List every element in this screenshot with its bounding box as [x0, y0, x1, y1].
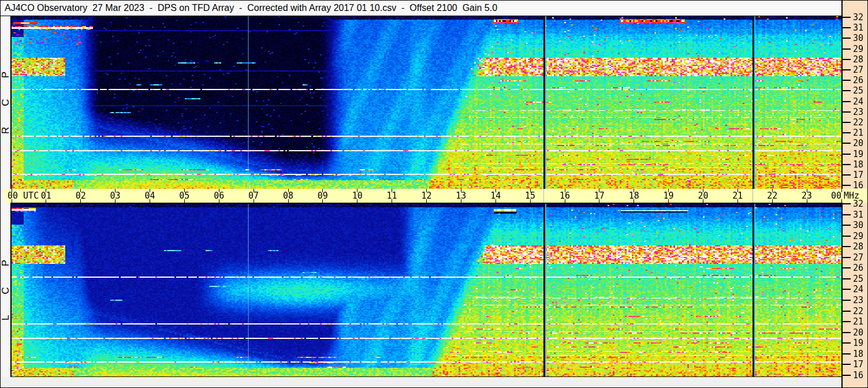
rcp-spectrogram-canvas — [12, 16, 841, 189]
time-strip-bottom-border — [10, 203, 843, 204]
lcp-spectrogram-canvas — [12, 204, 841, 376]
title-bar: AJ4CO Observatory 27 Mar 2023 - DPS on T… — [1, 1, 841, 16]
rcp-panel-label: RCP — [1, 51, 10, 134]
rcp-panel-label-box: RCP — [1, 16, 10, 189]
lcp-panel-label: LCP — [1, 239, 10, 320]
footer-strip — [1, 377, 841, 387]
page-title: AJ4CO Observatory 27 Mar 2023 - DPS on T… — [1, 3, 497, 13]
dynamic-spectrum-app: AJ4CO Observatory 27 Mar 2023 - DPS on T… — [0, 0, 868, 388]
lcp-panel-label-box: LCP — [1, 204, 10, 376]
time-axis-strip — [5, 189, 867, 203]
